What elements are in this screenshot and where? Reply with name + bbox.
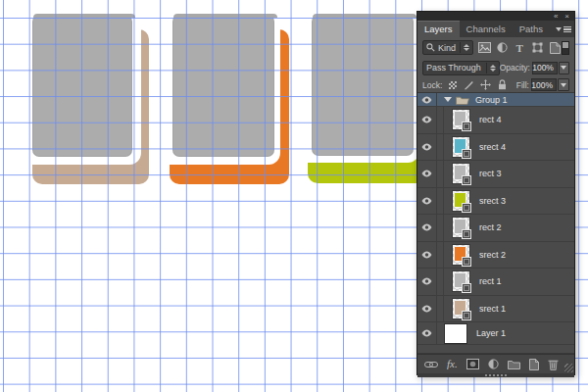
- vector-mask-badge-icon: [462, 122, 471, 131]
- layer-name: srect 1: [479, 304, 506, 314]
- group-expand-arrow[interactable]: [444, 97, 452, 102]
- fill-value[interactable]: 100%: [531, 78, 557, 91]
- group-indent-guide: [437, 242, 444, 269]
- layer-row-rect-3[interactable]: rect 3: [417, 161, 574, 188]
- rect-2-shape[interactable]: [172, 15, 274, 157]
- layer-visibility-toggle[interactable]: [417, 188, 437, 215]
- filter-kind-dropdown[interactable]: Kind: [422, 40, 473, 55]
- opacity-dropdown-arrow[interactable]: [559, 62, 569, 74]
- layer-row-rect-2[interactable]: rect 2: [417, 215, 574, 242]
- layer-thumbnail[interactable]: [452, 270, 470, 292]
- adjustment-layer-icon[interactable]: [488, 359, 499, 369]
- tab-channels[interactable]: Channels: [460, 21, 513, 37]
- layer-thumbnail[interactable]: [452, 109, 470, 130]
- layer-row-srect-2[interactable]: srect 2: [417, 242, 574, 270]
- rect-3-shape[interactable]: [312, 15, 414, 156]
- layer-row-srect-1[interactable]: srect 1: [417, 296, 574, 323]
- blend-mode-value: Pass Through: [426, 63, 481, 73]
- fill-dropdown-arrow[interactable]: [558, 78, 569, 91]
- new-group-icon[interactable]: [508, 360, 520, 369]
- layer-thumbnail[interactable]: [452, 190, 470, 212]
- eye-icon: [421, 223, 432, 231]
- layer-name: rect 2: [479, 222, 502, 232]
- layer-name: rect 4: [479, 115, 502, 124]
- panel-titlebar: « ×: [417, 12, 574, 21]
- layer-thumbnail[interactable]: [452, 217, 470, 238]
- collapse-panel-icon[interactable]: «: [554, 12, 558, 21]
- type-layer-filter-icon[interactable]: T: [514, 40, 526, 55]
- layer-thumbnail[interactable]: [444, 323, 467, 344]
- layer-name: srect 3: [479, 196, 506, 206]
- search-icon: [426, 43, 435, 52]
- layer-visibility-toggle[interactable]: [417, 215, 437, 241]
- group-indent-guide: [437, 215, 444, 241]
- dropdown-stepper-icon: [486, 63, 496, 74]
- adjustment-layer-filter-icon[interactable]: [496, 40, 509, 55]
- lock-all-icon[interactable]: [496, 79, 509, 91]
- vector-mask-badge-icon: [462, 311, 471, 320]
- dropdown-stepper-icon: [460, 42, 469, 53]
- rect-1-shape[interactable]: [32, 15, 132, 157]
- eye-icon: [421, 251, 432, 259]
- layer-row-srect-3[interactable]: srect 3: [417, 188, 574, 216]
- panel-drag-handle[interactable]: [417, 373, 574, 377]
- layer-name: srect 2: [479, 250, 506, 260]
- layer-visibility-toggle[interactable]: [417, 93, 437, 106]
- eye-icon: [421, 116, 432, 123]
- eye-icon: [421, 277, 432, 285]
- layers-panel: « × Layers Channels Paths Kind: [416, 11, 575, 375]
- layer-thumbnail[interactable]: [452, 136, 470, 158]
- link-layers-icon[interactable]: [424, 361, 438, 368]
- vector-mask-badge-icon: [462, 257, 471, 267]
- panel-menu-icon[interactable]: [550, 21, 577, 37]
- layer-visibility-toggle[interactable]: [417, 134, 437, 161]
- new-layer-icon[interactable]: [529, 359, 539, 370]
- filter-row: Kind T: [417, 37, 574, 58]
- eye-icon: [421, 170, 432, 177]
- lock-label: Lock:: [422, 80, 442, 90]
- lock-position-icon[interactable]: [479, 79, 492, 91]
- layer-visibility-toggle[interactable]: [417, 107, 437, 133]
- layer-visibility-toggle[interactable]: [417, 296, 437, 322]
- layer-row-rect-1[interactable]: rect 1: [417, 269, 574, 296]
- layer-mask-icon[interactable]: [466, 359, 479, 369]
- tab-layers[interactable]: Layers: [417, 21, 460, 37]
- close-panel-icon[interactable]: ×: [564, 12, 569, 21]
- group-indent-guide: [437, 107, 444, 133]
- layer-visibility-toggle[interactable]: [417, 322, 437, 344]
- blend-mode-dropdown[interactable]: Pass Through: [422, 61, 500, 75]
- filter-kind-label: Kind: [438, 43, 456, 53]
- lock-transparency-icon[interactable]: [446, 79, 459, 91]
- layer-thumbnail[interactable]: [452, 298, 470, 319]
- panel-resize-grip[interactable]: [564, 364, 573, 372]
- layer-row-rect-4[interactable]: rect 4: [417, 107, 574, 134]
- layer-visibility-toggle[interactable]: [417, 242, 437, 269]
- layer-name: Group 1: [475, 95, 508, 105]
- lock-pixels-icon[interactable]: [463, 79, 475, 91]
- smart-object-filter-icon[interactable]: [549, 40, 562, 55]
- layer-thumbnail[interactable]: [452, 244, 470, 266]
- delete-layer-icon[interactable]: [548, 359, 559, 370]
- tab-paths[interactable]: Paths: [513, 21, 550, 37]
- layer-filter-toggle[interactable]: [562, 41, 569, 55]
- vector-mask-badge-icon: [462, 283, 471, 293]
- fill-label: Fill:: [516, 80, 529, 90]
- layer-name: srect 4: [479, 142, 506, 152]
- layer-visibility-toggle[interactable]: [417, 161, 437, 187]
- pixel-layer-filter-icon[interactable]: [478, 40, 491, 55]
- layer-row-group-1[interactable]: Group 1: [417, 93, 574, 107]
- layer-row-layer-1[interactable]: Layer 1: [417, 322, 574, 345]
- layer-thumbnail[interactable]: [452, 163, 470, 184]
- shape-layer-filter-icon[interactable]: [531, 40, 544, 55]
- opacity-value[interactable]: 100%: [532, 62, 558, 74]
- vector-mask-badge-icon: [462, 229, 471, 239]
- layer-row-srect-4[interactable]: srect 4: [417, 134, 574, 162]
- eye-icon: [421, 329, 432, 337]
- layer-visibility-toggle[interactable]: [417, 269, 437, 295]
- layer-list: Group 1rect 4srect 4rect 3srect 3rect 2s…: [417, 92, 574, 354]
- blend-row: Pass Through Opacity: 100%: [417, 58, 574, 77]
- eye-icon: [421, 143, 432, 151]
- panel-tabs: Layers Channels Paths: [417, 21, 574, 37]
- layer-styles-icon[interactable]: fx.: [447, 359, 458, 369]
- eye-icon: [421, 305, 432, 313]
